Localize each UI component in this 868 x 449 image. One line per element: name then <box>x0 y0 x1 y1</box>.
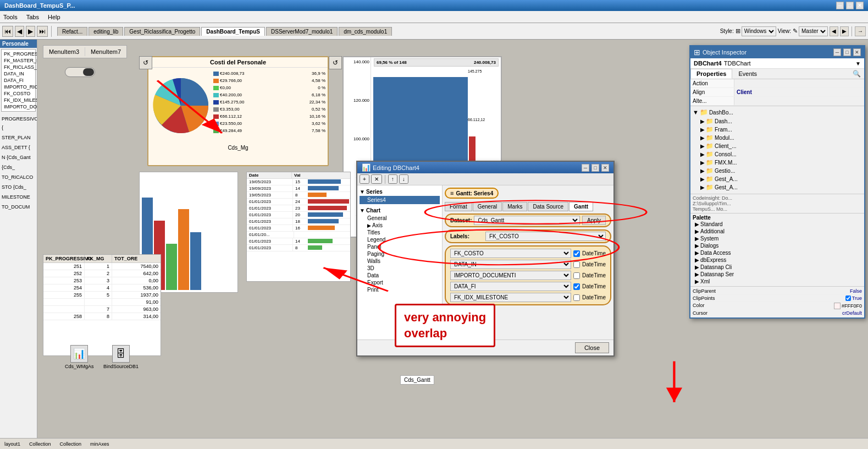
oi-tree-item-3[interactable]: ▶📁Modul... <box>700 134 862 142</box>
ed-toolbar-btn1[interactable]: + <box>360 174 369 184</box>
palette-additional[interactable]: ▶Additional <box>695 228 862 235</box>
field3-datetime[interactable] <box>573 272 580 279</box>
pie-chart-widget[interactable]: Costi del Personale <box>147 56 329 166</box>
tree-ster-plan[interactable]: STER_PLAN <box>1 133 36 143</box>
view-btn1[interactable]: ◀ <box>830 26 838 36</box>
tree-progressivo[interactable]: PROGRESSIVO { <box>1 114 36 133</box>
dataset-select[interactable]: Cds_Gantt <box>474 216 580 225</box>
palette-datasnap-cli[interactable]: ▶Datasnap Cli <box>695 264 862 271</box>
oi-prop-action[interactable]: Action <box>690 79 864 88</box>
field5-datetime[interactable] <box>573 294 580 301</box>
palette-system[interactable]: ▶System <box>695 235 862 242</box>
ed-chart-section[interactable]: ▼Chart <box>360 206 440 215</box>
field-data-in[interactable]: DATA_IN <box>3 70 34 77</box>
ed-axis[interactable]: ▶Axis <box>360 222 440 229</box>
ed-toolbar-btn3[interactable]: ↑ <box>388 174 397 184</box>
nav-next[interactable]: ▶ <box>26 26 35 37</box>
tab-editing-lib[interactable]: editing_lib <box>89 27 123 36</box>
tree-to-ricalco[interactable]: TO_RICALCO <box>1 172 36 182</box>
tab-gest[interactable]: Gest_Riclassifica_Progetto <box>124 27 200 36</box>
field5-select[interactable]: FK_IDX_MILESTONE <box>450 293 571 302</box>
table-row[interactable]: 7963,00 <box>43 306 161 313</box>
ed-toolbar-btn4[interactable]: ↓ <box>399 174 408 184</box>
ed-toolbar-btn2[interactable]: ✕ <box>371 174 382 184</box>
ed-paging[interactable]: Paging <box>360 250 440 258</box>
ed-walls[interactable]: Walls <box>360 258 440 265</box>
ed-minimize[interactable]: ─ <box>582 164 589 172</box>
view-select[interactable]: Master <box>799 26 828 36</box>
menu-tabs[interactable]: Tabs <box>26 14 39 20</box>
maximize-btn[interactable]: □ <box>846 2 854 9</box>
field-fk-riclass-dett[interactable]: FK_RICLASS_DETT <box>3 64 34 70</box>
oi-prop-align[interactable]: Align Client <box>690 88 864 97</box>
oi-maximize[interactable]: □ <box>843 48 851 56</box>
table-row[interactable]: 25117540,00 <box>43 263 161 270</box>
tree-sto-cds[interactable]: STO {Cds_ <box>1 182 36 192</box>
nav-last[interactable]: ⏭ <box>37 26 48 37</box>
field3-select[interactable]: IMPORTO_DOCUMENTI <box>450 271 571 280</box>
ed-titles[interactable]: Titles <box>360 229 440 236</box>
oi-tree-item-9[interactable]: ▶📁Gest_A... <box>700 183 862 191</box>
oi-prop-alte[interactable]: Alte... <box>690 97 864 106</box>
oi-tree-item-1[interactable]: ▶📁Dash... <box>700 117 862 125</box>
oi-tree-item-4[interactable]: ▶📁Client_... <box>700 142 862 150</box>
oi-search-icon[interactable]: 🔍 <box>849 69 864 79</box>
oi-tree-item-5[interactable]: ▶📁Consol... <box>700 150 862 158</box>
nav-first[interactable]: ⏮ <box>2 26 13 37</box>
ed-tab-format[interactable]: Format <box>445 202 472 211</box>
oi-tree-item-7[interactable]: ▶📁Gestio... <box>700 167 862 175</box>
ed-tab-marks[interactable]: Marks <box>502 202 527 211</box>
tree-milestone[interactable]: MILESTONE <box>1 192 36 202</box>
field2-select[interactable]: DATA_IN <box>450 260 571 269</box>
menu-help[interactable]: Help <box>48 14 60 20</box>
palette-dialogs[interactable]: ▶Dialogs <box>695 242 862 249</box>
palette-standard[interactable]: ▶Standard <box>695 221 862 228</box>
ed-export[interactable]: Export <box>360 279 440 286</box>
apply-btn[interactable]: Apply <box>582 216 606 225</box>
ed-panel[interactable]: Panel <box>360 243 440 250</box>
field4-datetime[interactable] <box>573 283 580 290</box>
table-row[interactable]: 2588314,00 <box>43 313 161 320</box>
menu-tools[interactable]: Tools <box>3 14 18 20</box>
field-importo-ricalcolato[interactable]: IMPORTO_RICALCOLATO <box>3 84 34 90</box>
ed-series4[interactable]: Series4 <box>360 196 440 204</box>
view-btn2[interactable]: ▶ <box>840 26 849 36</box>
field4-select[interactable]: DATA_FI <box>450 282 571 291</box>
tab-dm-cds[interactable]: dm_cds_modulo1 <box>339 27 392 36</box>
style-select[interactable]: Windows <box>742 26 776 36</box>
palette-datasnap-ser[interactable]: ▶Datasnap Ser <box>695 271 862 278</box>
table-row[interactable]: 91,00 <box>43 299 161 306</box>
ed-3d[interactable]: 3D <box>360 265 440 272</box>
ed-print[interactable]: Print <box>360 286 440 293</box>
oi-tab-properties[interactable]: Properties <box>690 69 732 79</box>
menuitem3[interactable]: MenuItem3 <box>43 47 85 56</box>
palette-data-access[interactable]: ▶Data Access <box>695 249 862 256</box>
refresh-btn-pie[interactable]: ↺ <box>139 56 152 69</box>
field-fk-idx-milestone[interactable]: FK_IDX_MILESTONE <box>3 97 34 103</box>
table-row[interactable]: 2522642,00 <box>43 270 161 277</box>
gantt-rows-widget[interactable]: Date Val 19/05/202315 19/09/202314 19/05… <box>246 172 351 282</box>
nav-prev[interactable]: ◀ <box>15 26 24 37</box>
ed-legend[interactable]: Legend <box>360 236 440 243</box>
view-btn3[interactable]: → <box>855 26 866 36</box>
bindsource-db1[interactable]: 🗄 BindSourceDB1 <box>103 345 139 369</box>
refresh-btn-gantt[interactable]: ↺ <box>329 56 342 69</box>
field-fk-master-plan[interactable]: FK_MASTER_PLAN <box>3 57 34 64</box>
ed-series-section[interactable]: ▼Series <box>360 188 440 196</box>
oi-tree-item-8[interactable]: ▶📁Gest_A... <box>700 175 862 183</box>
clippoints-checkbox[interactable] <box>845 295 851 301</box>
oi-tab-events[interactable]: Events <box>732 69 763 79</box>
table-row[interactable]: 25330,00 <box>43 277 161 284</box>
tab-dashboard[interactable]: DashBoard_TempuS <box>201 27 265 36</box>
ed-tab-datasource[interactable]: Data Source <box>528 202 568 211</box>
ed-tab-general[interactable]: General <box>473 202 502 211</box>
field-pk-progressivo[interactable]: PK_PROGRESSIVO <box>3 51 34 57</box>
oi-close[interactable]: ✕ <box>853 48 861 56</box>
menuitem7[interactable]: MenuItem7 <box>85 47 126 56</box>
ed-tab-gantt[interactable]: Gantt <box>569 202 593 211</box>
cds-wmgas[interactable]: 📊 Cds_WMgAs <box>65 345 94 369</box>
palette-dbexpress[interactable]: ▶dbExpress <box>695 256 862 264</box>
field1-datetime[interactable] <box>573 250 580 257</box>
tree-ass-dett[interactable]: ASS_DETT { <box>1 143 36 152</box>
oi-tree-item-6[interactable]: ▶📁FMX.M... <box>700 158 862 167</box>
